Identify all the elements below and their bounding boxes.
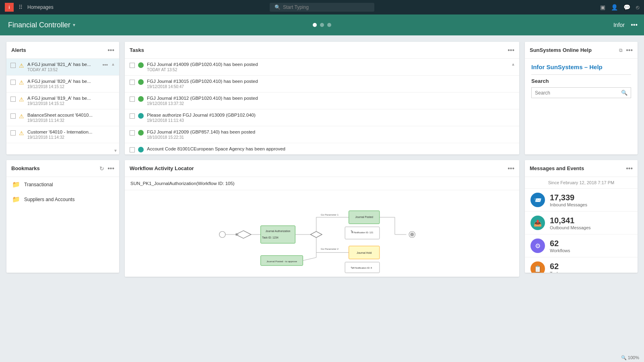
task-item[interactable]: Account Code 81001CEuropean Space Agency… [125,143,519,154]
task-time-5: 18/10/2018 15:22:31 [147,135,514,140]
user-icon[interactable]: 👤 [611,4,618,10]
alert-checkbox-5[interactable] [10,130,16,136]
refresh-icon[interactable]: ↻ [99,165,104,172]
alert-time-4: 19/12/2018 11:14:32 [27,118,115,123]
workflows-count: 62 [550,239,632,248]
task-item[interactable]: Please authorize FGJ Journal #13009 (GBP… [125,109,519,126]
messages-actions: ••• [626,165,633,172]
global-search[interactable]: 🔍 Start Typing [270,3,374,12]
alert-collapse-icon-1[interactable]: ▲ [111,62,115,66]
task-checkbox-3[interactable] [130,97,135,102]
task-checkbox-1[interactable] [130,63,135,68]
outbound-messages-item[interactable]: 📤 10,341 Outbound Messages [525,212,638,234]
task-text-1: FGJ Journal #14009 (GBP1020.410) has bee… [147,62,514,72]
alert-item[interactable]: ⚠ A FGJ journal '820_A' has be... 19/12/… [6,76,119,93]
workflows-item[interactable]: ⚙ 62 Workflows [525,234,638,257]
page-dot-2[interactable] [320,23,324,27]
alert-checkbox-1[interactable] [10,63,16,68]
workflow-widget: Workflow Activity Locator ••• SUN_PK1_Jo… [125,160,519,277]
task-title-6: Account Code 81001CEuropean Space Agency… [147,146,514,151]
workflow-more-icon[interactable]: ••• [508,165,514,172]
svg-text:Journal Hold: Journal Hold [357,251,372,254]
external-link-icon[interactable]: ⧉ [619,47,623,53]
task-item[interactable]: FGJ Journal #13015 (GBP1020.410) has bee… [125,76,519,93]
task-text-4: Please authorize FGJ Journal #13009 (GBP… [147,113,514,123]
page-title-text: Financial Controller [8,21,70,29]
task-status-3 [138,96,144,102]
task-scroll-up[interactable]: ▲ [511,62,515,66]
folder-icon-transactional: 📁 [12,181,20,188]
alert-item[interactable]: ⚠ BalanceSheet account '64010... 19/12/2… [6,109,119,126]
infor-logo[interactable]: i [5,3,14,12]
svg-text:✎: ✎ [351,266,353,270]
task-title-2: FGJ Journal #13015 (GBP1020.410) has bee… [147,79,514,84]
alerts-widget: Alerts ••• ⚠ A FGJ journal '821_A' has b… [6,42,119,154]
tasks-actions: ••• [508,47,514,54]
search-placeholder: Start Typing [283,4,309,10]
task-item[interactable]: FGJ Journal #14009 (GBP1020.410) has bee… [125,59,519,76]
apps-grid-icon[interactable]: ⠿ [19,4,23,10]
page-dot-3[interactable] [327,23,331,27]
task-checkbox-6[interactable] [130,147,135,152]
alert-text-2: A FGJ journal '820_A' has be... 19/12/20… [27,79,115,89]
alert-title-2: A FGJ journal '820_A' has be... [27,79,115,84]
tasks-title: Tasks [130,47,144,53]
alerts-scroll-down[interactable]: ▼ [114,149,118,153]
chat-icon[interactable]: 💬 [623,4,630,10]
task-item[interactable]: FGJ Journal #12009 (GBP857.140) has been… [125,126,519,143]
task-checkbox-4[interactable] [130,113,135,119]
task-status-2 [138,79,144,85]
share-icon[interactable]: ⎋ [636,4,639,10]
help-actions: ⧉ ••• [619,47,633,54]
nav-right-icons: ▣ 👤 💬 ⎋ [600,4,639,10]
svg-text:Task ID: 1234: Task ID: 1234 [262,236,279,239]
messages-more-icon[interactable]: ••• [626,165,633,172]
alert-item-more-1[interactable]: ••• [102,62,108,68]
title-bar: Financial Controller ▾ Infor ••• [0,14,644,35]
page-dot-1[interactable] [313,23,317,27]
alert-checkbox-2[interactable] [10,80,16,85]
bookmark-item-transactional[interactable]: 📁 Transactional [6,177,119,192]
tasks-messages-count: 62 [550,262,632,271]
outbound-messages-count: 10,341 [550,216,632,225]
alert-item[interactable]: ⚠ Customer '64010 - Internation... 19/12… [6,126,119,143]
task-item[interactable]: FGJ Journal #13012 (GBP1020.410) has bee… [125,93,519,109]
alerts-title: Alerts [11,47,26,53]
alert-checkbox-4[interactable] [10,113,16,119]
help-main-link[interactable]: Infor SunSystems – Help [531,64,631,70]
messages-since: Since February 12, 2018 7:17 PM [525,177,638,189]
svg-text:Journal Posted - to approve: Journal Posted - to approve [266,260,297,263]
bookmarks-widget: Bookmarks ↻ ••• 📁 Transactional 📁 Suppli… [6,160,119,273]
tasks-messages-label: Tasks [550,271,632,273]
task-checkbox-5[interactable] [130,130,135,136]
workflow-diagram[interactable]: Journal Authorization Task ID: 1234 Go P… [125,190,519,277]
bookmark-item-suppliers[interactable]: 📁 Suppliers and Accounts [6,192,119,207]
title-caret-icon[interactable]: ▾ [73,22,75,28]
tasks-messages-item[interactable]: 📋 62 Tasks [525,257,638,273]
homepages-link[interactable]: Homepages [27,4,54,10]
infor-brand-label: Infor [613,22,625,28]
workflows-info: 62 Workflows [550,239,632,253]
title-more-icon[interactable]: ••• [631,21,638,29]
alert-text-1: A FGJ journal '821_A' has be... TODAY AT… [27,62,99,72]
bookmarks-header: Bookmarks ↻ ••• [6,160,119,177]
task-status-1 [138,62,144,68]
alert-checkbox-3[interactable] [10,97,16,102]
bookmark-label-suppliers: Suppliers and Accounts [24,197,74,202]
help-content: Infor SunSystems – Help Search 🔍 [525,59,638,103]
alerts-more-icon[interactable]: ••• [107,47,114,54]
bookmarks-more-icon[interactable]: ••• [107,165,114,172]
help-more-icon[interactable]: ••• [626,47,633,54]
alert-item[interactable]: ⚠ A FGJ journal '819_A' has be... 19/12/… [6,93,119,109]
messages-body: Since February 12, 2018 7:17 PM 📨 17,339… [525,177,638,273]
alert-time-1: TODAY AT 13:52 [27,68,99,72]
task-checkbox-2[interactable] [130,80,135,85]
bookmarks-title: Bookmarks [11,165,40,171]
inbound-messages-item[interactable]: 📨 17,339 Inbound Messages [525,189,638,212]
task-title-5: FGJ Journal #12009 (GBP857.140) has been… [147,130,514,134]
alert-item[interactable]: ⚠ A FGJ journal '821_A' has be... TODAY … [6,59,119,76]
help-search-input[interactable] [535,90,619,96]
tasks-header: Tasks ••• [125,42,519,59]
tasks-more-icon[interactable]: ••• [508,47,514,54]
monitor-icon[interactable]: ▣ [600,4,605,10]
